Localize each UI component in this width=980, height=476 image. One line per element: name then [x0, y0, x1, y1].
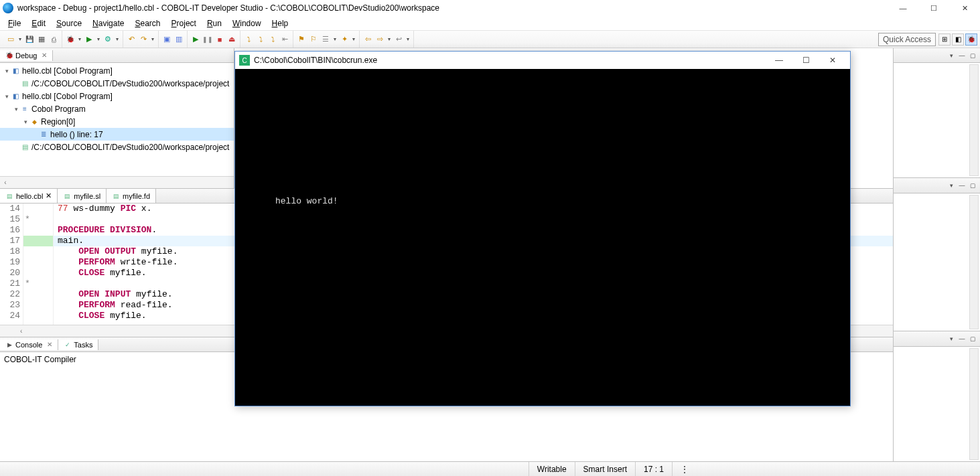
cobol-icon — [11, 66, 20, 76]
menu-search[interactable]: Search — [129, 17, 165, 29]
right-strip: ▾ — ▢ ▾ — ▢ ▾ — ▢ — [893, 48, 980, 461]
filter4-button[interactable]: ✦ — [339, 34, 350, 45]
tree-row[interactable]: hello () line: 17 — [0, 128, 234, 141]
step-return-button[interactable] — [267, 34, 278, 45]
mini2-max-icon[interactable]: ▢ — [968, 181, 977, 190]
menu-source[interactable]: Source — [51, 17, 87, 29]
menu-file[interactable]: File — [3, 17, 26, 29]
status-pos: 17 : 1 — [635, 462, 672, 476]
menu-help[interactable]: Help — [267, 17, 294, 29]
status-extra: ⋮ — [672, 462, 699, 476]
menu-navigate[interactable]: Navigate — [87, 17, 129, 29]
resume-button[interactable] — [190, 34, 201, 45]
region-icon — [29, 117, 39, 127]
close-button[interactable]: ✕ — [949, 0, 980, 16]
mini2-min-icon[interactable]: — — [957, 181, 967, 190]
cobcrun-maximize-button[interactable]: ☐ — [792, 56, 819, 65]
save-all-button[interactable]: ▦ — [36, 34, 47, 45]
drop-frame-button[interactable]: ⇤ — [279, 34, 290, 45]
suspend-button[interactable] — [202, 34, 213, 45]
menu-edit[interactable]: Edit — [26, 17, 51, 29]
mini3-max-icon[interactable]: ▢ — [968, 334, 977, 343]
tree-row[interactable]: ▾hello.cbl [Cobol Program] — [0, 90, 234, 102]
filter4-dropdown[interactable]: ▾ — [351, 36, 356, 42]
tree-row[interactable]: ▾Cobol Program — [0, 102, 234, 115]
mini-min-icon[interactable]: — — [957, 51, 967, 60]
file-icon — [5, 192, 13, 200]
filter3-button[interactable]: ☰ — [320, 34, 331, 45]
menu-project[interactable]: Project — [166, 17, 202, 29]
ext-tools-button[interactable]: ⚙ — [102, 34, 113, 45]
tab-debug[interactable]: Debug ✕ — [0, 50, 53, 61]
vscrollbar[interactable] — [969, 64, 979, 176]
open-perspective-button[interactable]: ⊞ — [938, 33, 951, 46]
quick-access-input[interactable]: Quick Access — [878, 33, 936, 46]
new-button[interactable] — [5, 34, 16, 45]
menu-window[interactable]: Window — [227, 17, 267, 29]
step-into-button[interactable] — [243, 34, 254, 45]
minimize-button[interactable]: — — [888, 0, 918, 16]
redo-button[interactable]: ↷ — [138, 34, 149, 45]
vscrollbar-3[interactable] — [969, 348, 979, 460]
nav-last-button[interactable]: ↩ — [393, 34, 404, 45]
terminate-button[interactable] — [214, 34, 225, 45]
tree-label: Cobol Program — [31, 104, 86, 114]
disconnect-button[interactable]: ⏏ — [226, 34, 237, 45]
step-over-button[interactable] — [255, 34, 266, 45]
undo-button[interactable]: ↶ — [126, 34, 137, 45]
tree-row[interactable]: ▾hello.cbl [Cobol Program] — [0, 64, 234, 77]
cobcrun-close-button[interactable]: ✕ — [819, 56, 846, 65]
nav-fwd-dropdown[interactable]: ▾ — [387, 36, 392, 42]
menubar: FileEditSourceNavigateSearchProjectRunWi… — [0, 16, 980, 31]
debug-dropdown[interactable]: ▾ — [77, 36, 82, 42]
cobol-perspective-button[interactable]: ◧ — [952, 33, 964, 46]
filter2-button[interactable]: ⚐ — [308, 34, 319, 45]
nav-back-button[interactable]: ⇦ — [362, 34, 373, 45]
close-icon[interactable]: ✕ — [46, 191, 52, 200]
ext-tools-dropdown[interactable]: ▾ — [115, 36, 120, 42]
close-icon[interactable]: ✕ — [42, 52, 47, 59]
tree-row[interactable]: ▾Region[0] — [0, 115, 234, 128]
tab-tasks[interactable]: Tasks — [58, 339, 98, 350]
mini3-min-icon[interactable]: — — [957, 334, 967, 343]
vscrollbar-2[interactable] — [969, 195, 979, 329]
close-icon[interactable]: ✕ — [47, 341, 52, 348]
debug-hscroll[interactable]: ‹ — [0, 176, 234, 188]
filter3-dropdown[interactable]: ▾ — [332, 36, 338, 42]
cobcrun-minimize-button[interactable]: — — [766, 56, 792, 65]
run-dropdown[interactable]: ▾ — [96, 36, 101, 42]
cobcrun-titlebar[interactable]: C C:\Cobol\CobolIT\BIN\cobcrun.exe — ☐ ✕ — [235, 52, 850, 69]
scroll-left-icon[interactable]: ‹ — [0, 179, 11, 186]
menu-run[interactable]: Run — [202, 17, 227, 29]
maximize-button[interactable]: ☐ — [918, 0, 949, 16]
editor-tab-myfile-sl[interactable]: myfile.sl — [58, 189, 107, 203]
toggle-mark-button[interactable]: ▣ — [161, 34, 172, 45]
print-button[interactable]: ⎙ — [48, 34, 59, 45]
stack-icon — [39, 130, 48, 139]
window-title: workspace - Debug - project1/hello.cbl -… — [17, 3, 977, 13]
nav-last-dropdown[interactable]: ▾ — [405, 36, 411, 42]
mini2-dropdown-icon[interactable]: ▾ — [947, 181, 956, 190]
filter1-button[interactable]: ⚑ — [296, 34, 307, 45]
tree-row[interactable]: /C:/COBOL/COBOLIT/DevStudio200/workspace… — [0, 141, 234, 153]
tree-label: hello.cbl [Cobol Program] — [22, 66, 113, 76]
run-button[interactable] — [84, 34, 94, 45]
statusbar: Writable Smart Insert 17 : 1 ⋮ — [0, 461, 980, 476]
editor-tab-hello-cbl[interactable]: hello.cbl✕ — [0, 189, 58, 203]
debug-perspective-button[interactable]: 🐞 — [965, 33, 977, 46]
editor-tab-myfile-fd[interactable]: myfile.fd — [107, 189, 156, 203]
save-button[interactable] — [24, 34, 35, 45]
new-dropdown[interactable]: ▾ — [17, 36, 23, 42]
mini-dropdown-icon[interactable]: ▾ — [947, 51, 956, 60]
mini-max-icon[interactable]: ▢ — [968, 51, 977, 60]
cobcrun-window[interactable]: C C:\Cobol\CobolIT\BIN\cobcrun.exe — ☐ ✕… — [234, 51, 851, 406]
console-icon — [5, 341, 13, 349]
tree-row[interactable]: /C:/COBOL/COBOLIT/DevStudio200/workspace… — [0, 77, 234, 90]
redo-dropdown[interactable]: ▾ — [150, 36, 155, 42]
debug-tree[interactable]: ▾hello.cbl [Cobol Program]/C:/COBOL/COBO… — [0, 63, 234, 176]
mini3-dropdown-icon[interactable]: ▾ — [947, 334, 956, 343]
nav-fwd-button[interactable]: ⇨ — [374, 34, 385, 45]
tab-console[interactable]: Console✕ — [0, 339, 58, 350]
toggle-ws-button[interactable]: ▥ — [173, 34, 184, 45]
debug-button[interactable] — [65, 34, 76, 45]
